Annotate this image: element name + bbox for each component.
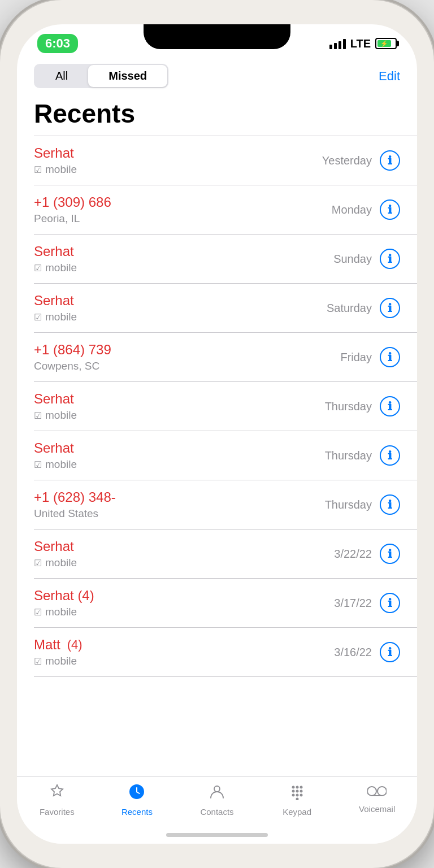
clock-icon <box>128 783 145 804</box>
call-item-3[interactable]: Serhat ☑ mobile Saturday ℹ <box>17 284 417 332</box>
call-time-0: Yesterday <box>322 154 372 167</box>
info-btn-3[interactable]: ℹ <box>380 298 400 318</box>
segment-missed[interactable]: Missed <box>88 65 167 87</box>
content-area: All Missed Edit Recents Serhat ☑ mobile <box>17 55 417 844</box>
call-name-7: +1 (628) 348- <box>34 489 116 505</box>
call-sub-5: ☑ mobile <box>34 409 77 422</box>
signal-bar-3 <box>338 41 341 49</box>
signal-bar-4 <box>343 39 346 49</box>
lte-indicator: LTE <box>350 37 371 50</box>
call-type-3: mobile <box>45 311 77 323</box>
call-item-0[interactable]: Serhat ☑ mobile Yesterday ℹ <box>17 136 417 185</box>
call-item-10[interactable]: Matt (4) ☑ mobile 3/16/22 ℹ <box>17 628 417 676</box>
call-item-7[interactable]: +1 (628) 348- United States Thursday ℹ <box>17 480 417 529</box>
call-right-8: 3/22/22 ℹ <box>334 544 400 564</box>
call-right-7: Thursday ℹ <box>325 494 400 515</box>
call-item-8[interactable]: Serhat ☑ mobile 3/22/22 ℹ <box>17 530 417 578</box>
checkbox-icon-6: ☑ <box>34 459 42 470</box>
call-time-9: 3/17/22 <box>334 597 372 610</box>
call-sub-2: ☑ mobile <box>34 262 77 274</box>
svg-point-6 <box>296 790 298 793</box>
call-item-9[interactable]: Serhat (4) ☑ mobile 3/17/22 ℹ <box>17 579 417 627</box>
call-item-6[interactable]: Serhat ☑ mobile Thursday ℹ <box>17 431 417 480</box>
call-right-1: Monday ℹ <box>332 199 400 220</box>
svg-point-4 <box>300 786 302 789</box>
tab-contacts[interactable]: Contacts <box>186 783 248 817</box>
call-sub-7: United States <box>34 507 116 520</box>
tab-keypad-label: Keypad <box>283 807 311 817</box>
tab-contacts-label: Contacts <box>200 807 233 817</box>
tab-voicemail[interactable]: Voicemail <box>346 783 408 814</box>
info-btn-0[interactable]: ℹ <box>380 150 400 171</box>
call-left-0: Serhat ☑ mobile <box>34 145 77 176</box>
svg-point-13 <box>377 787 387 796</box>
call-type-10: mobile <box>45 655 77 667</box>
signal-bars <box>329 38 346 49</box>
svg-point-2 <box>292 786 294 789</box>
call-left-4: +1 (864) 739 Cowpens, SC <box>34 342 111 372</box>
segment-all[interactable]: All <box>35 65 88 87</box>
battery-bolt: ⚡ <box>380 40 388 47</box>
signal-bar-2 <box>334 43 337 49</box>
call-time-6: Thursday <box>325 449 372 462</box>
person-icon <box>209 783 225 804</box>
call-time-5: Thursday <box>325 400 372 413</box>
info-btn-8[interactable]: ℹ <box>380 544 400 564</box>
call-right-3: Saturday ℹ <box>327 298 400 318</box>
call-time-4: Friday <box>340 351 372 364</box>
call-type-5: mobile <box>45 409 77 422</box>
call-type-4: Cowpens, SC <box>34 360 99 372</box>
call-time-7: Thursday <box>325 498 372 511</box>
call-time-2: Sunday <box>333 253 372 266</box>
tab-keypad[interactable]: Keypad <box>266 783 328 817</box>
info-btn-7[interactable]: ℹ <box>380 494 400 515</box>
info-btn-2[interactable]: ℹ <box>380 249 400 269</box>
info-btn-9[interactable]: ℹ <box>380 593 400 613</box>
battery-fill: ⚡ <box>377 40 391 47</box>
tab-recents[interactable]: Recents <box>106 783 168 817</box>
call-type-0: mobile <box>45 163 77 176</box>
star-icon <box>49 783 66 804</box>
info-btn-5[interactable]: ℹ <box>380 396 400 416</box>
call-type-1: Peoria, IL <box>34 212 80 225</box>
call-time-3: Saturday <box>327 302 372 315</box>
call-name-0: Serhat <box>34 145 77 161</box>
call-left-9: Serhat (4) ☑ mobile <box>34 588 94 618</box>
call-item-2[interactable]: Serhat ☑ mobile Sunday ℹ <box>17 235 417 283</box>
call-left-2: Serhat ☑ mobile <box>34 244 77 274</box>
signal-bar-1 <box>329 45 332 49</box>
call-left-10: Matt (4) ☑ mobile <box>34 637 83 667</box>
tab-favorites[interactable]: Favorites <box>26 783 88 817</box>
call-item-1[interactable]: +1 (309) 686 Peoria, IL Monday ℹ <box>17 185 417 234</box>
checkbox-icon-8: ☑ <box>34 558 42 568</box>
info-btn-1[interactable]: ℹ <box>380 199 400 220</box>
segment-row: All Missed Edit <box>17 55 417 94</box>
call-name-6: Serhat <box>34 440 77 456</box>
checkbox-icon-3: ☑ <box>34 312 42 323</box>
status-right: LTE ⚡ <box>329 37 397 50</box>
checkbox-icon-2: ☑ <box>34 263 42 274</box>
call-right-10: 3/16/22 ℹ <box>334 642 400 662</box>
svg-point-11 <box>296 798 298 801</box>
divider-10 <box>34 676 417 677</box>
tab-recents-label: Recents <box>121 807 153 817</box>
checkbox-icon-0: ☑ <box>34 164 42 175</box>
info-btn-6[interactable]: ℹ <box>380 445 400 466</box>
svg-point-7 <box>300 790 302 793</box>
call-type-7: United States <box>34 507 98 520</box>
call-item-4[interactable]: +1 (864) 739 Cowpens, SC Friday ℹ <box>17 333 417 381</box>
svg-point-3 <box>296 786 298 789</box>
call-type-9: mobile <box>45 606 77 618</box>
info-btn-4[interactable]: ℹ <box>380 347 400 367</box>
info-btn-10[interactable]: ℹ <box>380 642 400 662</box>
keypad-icon <box>289 783 306 804</box>
call-type-6: mobile <box>45 458 77 471</box>
phone-screen: 6:03 LTE ⚡ All <box>17 24 417 844</box>
call-sub-4: Cowpens, SC <box>34 360 111 372</box>
call-right-9: 3/17/22 ℹ <box>334 593 400 613</box>
call-item-5[interactable]: Serhat ☑ mobile Thursday ℹ <box>17 382 417 431</box>
call-right-2: Sunday ℹ <box>333 249 400 269</box>
call-time-1: Monday <box>332 203 372 216</box>
call-left-6: Serhat ☑ mobile <box>34 440 77 471</box>
edit-button[interactable]: Edit <box>379 69 400 84</box>
